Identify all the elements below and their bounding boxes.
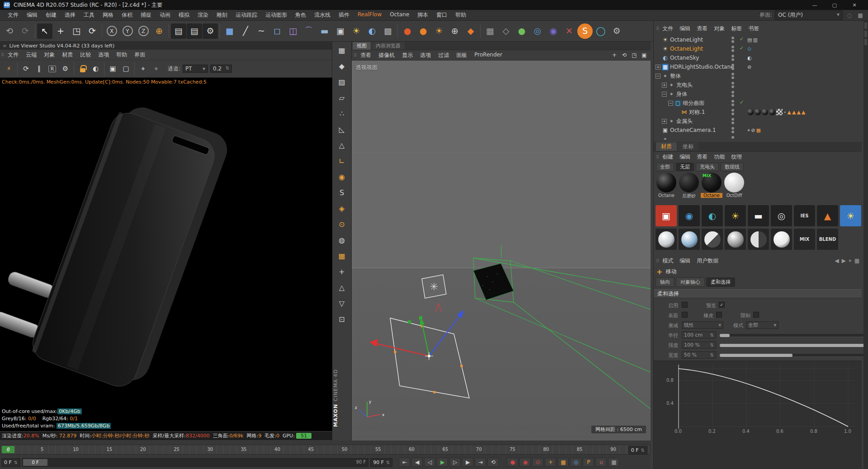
play-button[interactable]: ▶ <box>437 458 448 467</box>
disabled-tag-icon[interactable]: ⊘ <box>747 65 751 70</box>
material-rough-icon[interactable] <box>725 229 746 250</box>
render-settings-icon[interactable]: ⚙ <box>203 23 218 39</box>
subdivision-surface-icon[interactable]: ◻ <box>269 23 285 39</box>
record-keyframe-button[interactable]: ● <box>507 458 518 467</box>
menu-捕捉[interactable]: 捕捉 <box>137 11 156 19</box>
expand-icon[interactable]: + <box>662 83 667 88</box>
object-row[interactable]: ⋈对称.1•▲▲▲▲ <box>654 108 859 117</box>
grid-snap-icon[interactable]: ▦ <box>335 250 349 262</box>
octane-diffuse-icon[interactable]: ● <box>400 23 415 39</box>
tab-对象轴心[interactable]: 对象轴心 <box>676 277 705 287</box>
octane-hdri-icon[interactable]: ⊕ <box>447 23 462 39</box>
menu-界面[interactable]: 界面 <box>131 51 149 59</box>
pla-button[interactable]: P <box>583 458 594 467</box>
surface-checkbox[interactable] <box>682 312 688 318</box>
snap-icon[interactable]: S <box>335 187 349 199</box>
expand-icon[interactable]: + <box>656 65 660 70</box>
collapse-icon[interactable]: − <box>656 74 660 79</box>
sphere-tag-icon[interactable] <box>755 109 761 115</box>
menu-ProRender[interactable]: ProRender <box>471 52 506 59</box>
stepper-icon[interactable]: ⇅ <box>710 352 714 357</box>
film-region-alt-icon[interactable]: ▢ <box>120 63 132 75</box>
record-options-button[interactable]: ⊙ <box>532 458 543 467</box>
particles-icon[interactable]: ◉ <box>546 23 561 39</box>
maximize-button[interactable]: ▢ <box>825 2 844 8</box>
limit-checkbox[interactable] <box>753 312 759 318</box>
menu-摄像机[interactable]: 摄像机 <box>375 52 398 59</box>
menu-模式[interactable]: 模式 <box>659 257 676 265</box>
object-row[interactable]: −⌖整体 <box>654 71 859 80</box>
menu-用户数据[interactable]: 用户数据 <box>693 257 722 265</box>
tri-tag-icon[interactable]: ▲ <box>802 110 805 115</box>
enabled-check-icon[interactable]: ✓ <box>740 36 744 42</box>
redo-icon[interactable]: ⟳ <box>18 23 33 39</box>
menu-雕刻[interactable]: 雕刻 <box>212 11 231 19</box>
menu-材质[interactable]: 材质 <box>58 51 76 59</box>
search-icon[interactable]: ◌ <box>845 12 854 19</box>
menu-动画[interactable]: 动画 <box>156 11 175 19</box>
object-row[interactable]: ☀OctaneLight✓⊙ <box>654 44 859 53</box>
menu-编辑[interactable]: 编辑 <box>676 25 693 33</box>
pick-material-icon[interactable]: ⌖ <box>150 63 162 75</box>
menu-帮助[interactable]: 帮助 <box>113 51 131 59</box>
texture-mode-icon[interactable]: ▨ <box>335 76 349 88</box>
next-key-button[interactable]: ▶ <box>462 458 473 467</box>
stepper-icon[interactable]: ⇅ <box>386 460 390 465</box>
coordinate-system-icon[interactable]: ⊕ <box>151 23 167 39</box>
menu-角色[interactable]: 角色 <box>291 11 310 19</box>
simulation-icon[interactable]: ● <box>514 23 529 39</box>
scale-icon[interactable]: ◳ <box>69 23 84 39</box>
triangle-down-icon[interactable]: ▽ <box>335 297 349 310</box>
checker-tag-icon[interactable] <box>776 109 783 115</box>
volume-icon[interactable]: ▩ <box>380 23 396 39</box>
menu-网格[interactable]: 网格 <box>99 11 118 19</box>
eraser-checkbox[interactable] <box>716 312 722 318</box>
tab-材质[interactable]: 材质 <box>656 142 677 151</box>
spline-pen-icon[interactable]: ~ <box>254 23 269 39</box>
filter-充电头[interactable]: 充电头 <box>696 163 719 171</box>
menu-比较[interactable]: 比较 <box>76 51 94 59</box>
menu-脚本[interactable]: 脚本 <box>413 11 432 19</box>
width-field[interactable]: 50 %⇅ <box>682 351 716 359</box>
enabled-check-icon[interactable]: ✓ <box>740 45 744 51</box>
menu-窗口[interactable]: 窗口 <box>432 11 451 19</box>
render-picture-viewer-icon[interactable]: ▤ <box>187 23 202 39</box>
object-row[interactable]: +▦HDRLightStudio.Octane⊘ <box>654 62 859 71</box>
camera-icon[interactable]: ▣ <box>333 23 348 39</box>
zoom-view-icon[interactable]: ◳ <box>630 52 639 58</box>
points-mode-icon[interactable]: ∴ <box>335 108 349 120</box>
panel-options-icon[interactable]: ▦ <box>854 258 859 264</box>
sphere-tag-icon[interactable] <box>769 109 775 115</box>
minimize-button[interactable]: — <box>805 2 825 8</box>
collapse-icon[interactable]: − <box>668 101 673 106</box>
tri-tag-icon[interactable]: ▲ <box>797 110 800 115</box>
menu-工具[interactable]: 工具 <box>80 11 99 19</box>
paint-setup-icon[interactable]: ◈ <box>335 202 349 215</box>
last-tool-icon[interactable]: ⊡ <box>335 313 349 325</box>
object-row[interactable]: +⌖充电头 <box>654 80 859 89</box>
radius-slider[interactable] <box>720 334 865 337</box>
autokeying-button[interactable]: ◉ <box>519 458 531 467</box>
x-axis-lock-icon[interactable]: X <box>104 23 119 39</box>
model-mode-icon[interactable]: ◆ <box>335 60 349 72</box>
goto-end-button[interactable]: ⇥ <box>475 458 486 467</box>
substance-icon[interactable]: S <box>577 23 593 39</box>
menu-文件[interactable]: 文件 <box>4 51 22 59</box>
undo-icon[interactable]: ⟲ <box>2 23 17 39</box>
settings-gear-icon[interactable]: ⚙ <box>609 23 624 39</box>
orangesq-tag-icon[interactable]: ▦ <box>756 128 760 133</box>
menu-查看[interactable]: 查看 <box>357 52 375 59</box>
material-item[interactable]: Octane <box>656 173 677 199</box>
tab-坐标[interactable]: 坐标 <box>678 142 698 151</box>
menu-对象[interactable]: 对象 <box>40 51 58 59</box>
material-specular-icon[interactable] <box>679 229 700 250</box>
falloff-dropdown[interactable]: 线性▾ <box>682 321 723 329</box>
material-diffuse-icon[interactable] <box>771 229 792 250</box>
workplane-mode-icon[interactable]: ▱ <box>335 92 349 104</box>
live-viewer-titlebar[interactable]: ≡ Live Viewer Studio V4.04-R2 (33 days l… <box>0 42 332 50</box>
close-button[interactable]: ✕ <box>844 2 864 8</box>
object-row[interactable]: −▢细分曲面✓ <box>654 98 859 108</box>
make-editable-icon[interactable]: ▦ <box>335 44 349 56</box>
visibility-dots[interactable] <box>731 127 734 133</box>
sync-icon[interactable]: ⚡ <box>3 63 15 75</box>
